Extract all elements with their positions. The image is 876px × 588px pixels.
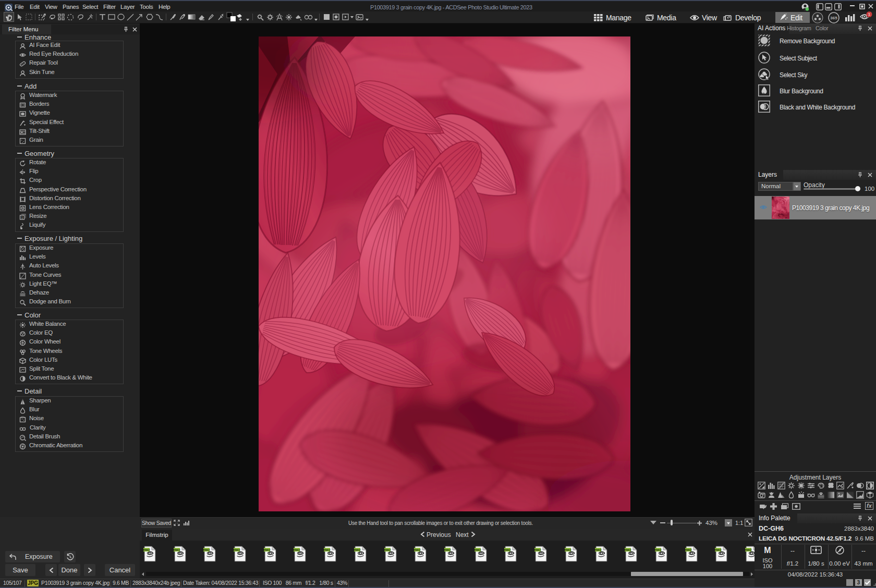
svg-text:RW2: RW2 <box>685 548 692 552</box>
svg-text:RW2: RW2 <box>624 548 631 552</box>
svg-text:RW2: RW2 <box>444 548 451 552</box>
svg-text:365: 365 <box>830 16 837 20</box>
svg-text:RW2: RW2 <box>173 548 180 552</box>
svg-text:RW2: RW2 <box>594 548 602 552</box>
svg-text:RW2: RW2 <box>654 548 662 552</box>
svg-text:RW2: RW2 <box>354 548 361 552</box>
svg-text:RW2: RW2 <box>233 548 240 552</box>
svg-text:RW2: RW2 <box>714 548 722 552</box>
svg-text:RW2: RW2 <box>745 548 752 552</box>
svg-text:RW2: RW2 <box>504 548 511 552</box>
svg-text:RW2: RW2 <box>534 548 541 552</box>
svg-text:1: 1 <box>868 12 871 17</box>
svg-text:RW2: RW2 <box>293 548 300 552</box>
svg-text:RW2: RW2 <box>263 548 271 552</box>
svg-text:RW2: RW2 <box>413 548 421 552</box>
svg-text:1: 1 <box>21 216 23 219</box>
svg-text:RW2: RW2 <box>384 548 391 552</box>
svg-text:RW2: RW2 <box>474 548 481 552</box>
svg-text:RW2: RW2 <box>564 548 571 552</box>
svg-text:RW2: RW2 <box>203 548 210 552</box>
svg-text:RW2: RW2 <box>323 548 331 552</box>
svg-text:RW2: RW2 <box>143 548 150 552</box>
